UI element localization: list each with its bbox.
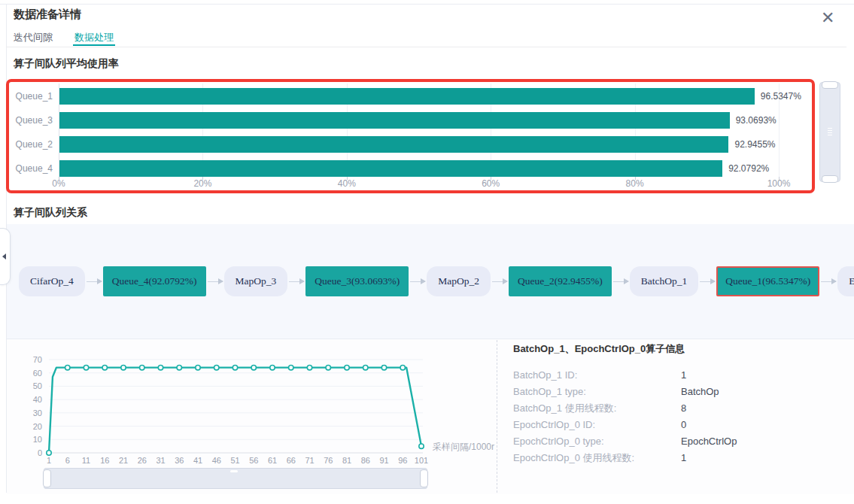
line-x-tick-label: 16 — [100, 456, 109, 465]
bar-Queue_1[interactable] — [59, 88, 755, 105]
line-data-marker — [251, 365, 256, 369]
bar-Queue_2[interactable] — [59, 136, 728, 153]
line-data-marker — [326, 365, 330, 369]
operator-info-label: BatchOp_1 使用线程数: — [513, 400, 681, 417]
line-y-tick-label: 40 — [33, 395, 42, 404]
flow-node-Queue_4920792[interactable]: Queue_4(92.0792%) — [103, 266, 206, 296]
line-data-marker — [177, 365, 181, 369]
line-y-tick-label: 60 — [33, 369, 42, 378]
operator-info-label: BatchOp_1 ID: — [513, 367, 681, 384]
flow-node-MapOp_2[interactable]: MapOp_2 — [427, 266, 491, 296]
page-title: 数据准备详情 — [14, 8, 81, 22]
line-chart-x-axis-label: 采样间隔/1000r — [433, 441, 494, 454]
hslider-right-handle[interactable] — [420, 469, 428, 487]
line-x-tick-label: 76 — [324, 456, 333, 465]
operator-info-label: BatchOp_1 type: — [513, 384, 681, 400]
tab-iteration-gap[interactable]: 迭代间隙 — [14, 31, 53, 44]
line-data-marker — [47, 451, 51, 455]
operator-info-value: BatchOp — [681, 384, 719, 400]
line-data-marker — [232, 365, 237, 369]
line-x-tick-label: 11 — [82, 456, 90, 465]
line-x-tick-label: 86 — [361, 456, 370, 465]
line-x-tick-label: 51 — [230, 456, 239, 465]
line-data-marker — [214, 365, 219, 369]
operator-info-row: EpochCtrlOp_0 使用线程数:1 — [513, 450, 837, 466]
line-y-tick-label: 30 — [33, 408, 42, 417]
bar-Queue_4[interactable] — [59, 160, 722, 177]
line-x-tick-label: 81 — [342, 456, 351, 465]
flow-node-EpochCtrlOp_0[interactable]: EpochCtrlOp_0 — [837, 266, 854, 296]
operator-info-value: 8 — [681, 400, 686, 417]
operator-info-value: EpochCtrlOp — [681, 433, 737, 450]
operator-info-label: EpochCtrlOp_0 使用线程数: — [513, 450, 681, 466]
line-data-marker — [65, 365, 70, 369]
flow-node-Queue_1965347[interactable]: Queue_1(96.5347%) — [716, 266, 819, 296]
flow-arrow-icon — [289, 281, 304, 282]
bar-value-label: 93.0693% — [736, 112, 777, 129]
bar-value-label: 92.9455% — [734, 136, 775, 153]
flow-node-Queue_3930693[interactable]: Queue_3(93.0693%) — [305, 266, 409, 296]
line-data-marker — [196, 365, 200, 369]
line-x-tick-label: 66 — [287, 456, 296, 465]
line-x-tick-label: 96 — [398, 456, 407, 465]
flow-node-CifarOp_4[interactable]: CifarOp_4 — [19, 266, 85, 296]
bar-Queue_3[interactable] — [59, 112, 730, 129]
tabs-divider — [6, 47, 846, 47]
operator-info-title: BatchOp_1、EpochCtrlOp_0算子信息 — [513, 342, 685, 356]
hslider-grip[interactable] — [230, 470, 238, 472]
flow-arrow-icon — [700, 281, 715, 282]
operator-info-row: BatchOp_1 使用线程数:8 — [513, 400, 837, 417]
flow-node-Queue_2929455[interactable]: Queue_2(92.9455%) — [509, 266, 612, 296]
line-data-marker — [102, 365, 107, 369]
flow-node-BatchOp_1[interactable]: BatchOp_1 — [630, 266, 699, 296]
line-x-tick-label: 26 — [138, 456, 147, 465]
top-divider — [0, 4, 854, 5]
close-icon[interactable]: ✕ — [821, 10, 834, 26]
bar-category-label-Queue_4: Queue_4 — [9, 160, 53, 177]
flow-arrow-icon — [410, 281, 425, 282]
tab-data-processing[interactable]: 数据处理 — [74, 31, 114, 44]
vertical-datazoom-slider[interactable] — [819, 82, 840, 182]
queue-usage-bar-chart[interactable]: 0%20%40%60%80%100%Queue_196.5347%Queue_3… — [9, 82, 812, 190]
line-x-tick-label: 1 — [47, 456, 51, 465]
bar-category-label-Queue_1: Queue_1 — [9, 88, 53, 105]
line-y-tick-label: 0 — [38, 448, 42, 457]
operator-info-label: EpochCtrlOp_0 type: — [513, 433, 681, 450]
flow-node-MapOp_3[interactable]: MapOp_3 — [224, 266, 288, 296]
line-data-marker — [400, 365, 405, 369]
hslider-left-handle[interactable] — [43, 469, 51, 487]
line-data-marker — [381, 365, 386, 369]
line-y-tick-label: 70 — [33, 355, 42, 364]
flow-arrow-icon — [613, 281, 628, 282]
sidebar-collapse-button[interactable] — [0, 228, 11, 285]
operator-info-value: 1 — [681, 367, 686, 384]
flow-arrow-icon — [87, 281, 102, 282]
bar-category-label-Queue_2: Queue_2 — [9, 136, 53, 153]
flow-arrow-icon — [492, 281, 507, 282]
operator-info-value: 0 — [681, 417, 686, 433]
flow-arrow-icon — [821, 281, 836, 282]
operator-info-row: EpochCtrlOp_0 type:EpochCtrlOp — [513, 433, 837, 450]
line-x-tick-label: 71 — [305, 456, 314, 465]
vslider-grip[interactable] — [828, 128, 832, 135]
vslider-bottom-handle[interactable] — [822, 175, 838, 183]
collapse-left-arrow-icon — [2, 254, 6, 260]
bar-x-tick-label: 40% — [321, 178, 373, 189]
vslider-top-handle[interactable] — [822, 81, 838, 89]
line-x-tick-label: 101 — [415, 456, 428, 465]
line-y-tick-label: 10 — [33, 435, 42, 444]
active-tab-underline — [73, 44, 115, 46]
bar-value-label: 92.0792% — [728, 160, 769, 177]
queue-usage-chart-highlight-box[interactable]: 0%20%40%60%80%100%Queue_196.5347%Queue_3… — [6, 79, 815, 193]
flow-node-row: CifarOp_4Queue_4(92.0792%)MapOp_3Queue_3… — [19, 224, 840, 339]
operator-flow-canvas[interactable]: CifarOp_4Queue_4(92.0792%)MapOp_3Queue_3… — [7, 224, 854, 339]
line-data-marker — [121, 365, 126, 369]
line-x-tick-label: 36 — [175, 456, 184, 465]
line-x-tick-label: 6 — [65, 456, 70, 465]
horizontal-datazoom-slider[interactable] — [44, 468, 427, 489]
line-data-marker — [158, 365, 163, 369]
operator-info-row: EpochCtrlOp_0 ID:0 — [513, 417, 837, 433]
queue-size-line-series — [49, 368, 421, 453]
operator-info-label: EpochCtrlOp_0 ID: — [513, 417, 681, 433]
line-x-tick-label: 41 — [193, 456, 202, 465]
